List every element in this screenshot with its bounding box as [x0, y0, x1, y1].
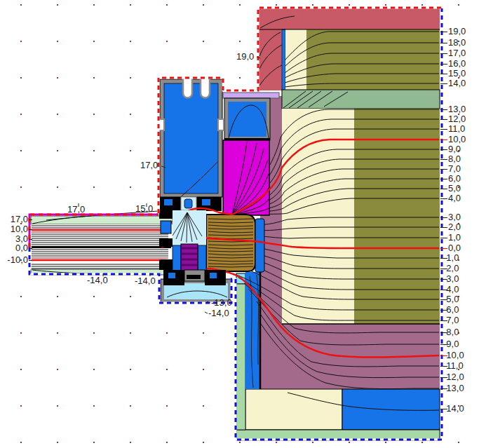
isotherm-tick	[440, 119, 447, 120]
isotherm-tick	[440, 320, 447, 321]
isotherm-annotation: -14,0	[87, 276, 108, 285]
lower-blue-strip-right	[198, 245, 206, 272]
isotherm-tick	[440, 332, 447, 333]
glazing-zero-line	[32, 246, 171, 248]
glazing-unit	[31, 211, 173, 275]
clamp-screw	[184, 199, 192, 208]
isotherm-tick	[440, 269, 447, 269]
isotherm-tick	[440, 366, 447, 367]
isotherm-tick	[440, 217, 447, 218]
isotherm-tick	[440, 169, 447, 170]
right-axis-isotherm-label: 16,0	[448, 59, 466, 69]
tan-block-blue-strip	[255, 219, 264, 272]
right-axis-isotherm-label: 5,0	[448, 184, 461, 194]
profile-notch-1	[183, 78, 192, 98]
isotherm-tick	[440, 129, 447, 130]
right-axis-isotherm-label: 3,0	[448, 212, 461, 222]
isotherm-tick	[440, 248, 447, 249]
right-axis-isotherm-label: 14,0	[448, 79, 466, 88]
right-axis-isotherm-label: 8,0	[448, 154, 461, 164]
right-axis-isotherm-label: 17,0	[448, 48, 466, 58]
isotherm-tick	[440, 310, 447, 311]
right-axis-isotherm-label: 4,0	[448, 194, 461, 203]
isotherm-tick	[29, 229, 32, 230]
profile-notch-2	[201, 78, 210, 98]
lower-blue-strip-left	[173, 245, 181, 272]
clamp-blue-left	[164, 199, 173, 205]
green-vertical-strip	[236, 284, 245, 430]
right-axis-isotherm-label: 13,0	[448, 104, 466, 114]
sill-center-gasket	[187, 275, 201, 279]
right-axis-isotherm-label: 11,0	[448, 124, 465, 134]
isotherm-tick	[440, 377, 447, 378]
isotherm-tick	[440, 189, 447, 189]
isotherm-tick	[440, 299, 447, 300]
isotherm-annotation: -14,0	[135, 276, 156, 286]
profile-tab-right	[218, 119, 224, 130]
isotherm-tick	[440, 258, 447, 259]
left-axis-isotherm-label: 0,0	[1, 243, 28, 253]
isotherm-tick	[440, 53, 447, 54]
isotherm-tick	[440, 344, 447, 345]
isotherm-tick	[440, 409, 447, 409]
bottom-blue-block	[342, 389, 440, 430]
isotherm-tick	[440, 140, 447, 140]
isotherm-tick	[440, 74, 447, 74]
isotherm-tick	[440, 227, 447, 228]
olive-main-region	[354, 109, 440, 324]
isotherm-annotation: -13,0	[211, 298, 232, 308]
wall-left-column	[258, 29, 282, 90]
isotherm-annotation: 15,0	[135, 204, 153, 214]
right-axis-isotherm-label: 10,0	[448, 135, 466, 144]
isotherm-tick	[29, 248, 32, 249]
isotherm-tick	[440, 149, 447, 150]
isotherm-tick	[440, 290, 447, 290]
right-axis-isotherm-label: 2,0	[448, 222, 461, 232]
wall-top-band	[258, 8, 440, 29]
isotherm-tick	[440, 43, 447, 43]
isotherm-tick	[440, 64, 447, 65]
right-axis-isotherm-label: 12,0	[448, 114, 466, 124]
isotherm-diagram	[0, 0, 486, 448]
isotherm-tick	[440, 238, 447, 238]
isotherm-tick	[440, 279, 447, 280]
isotherm-annotation: 17,0	[67, 205, 85, 215]
lavender-strip	[223, 93, 279, 98]
left-axis-isotherm-label: -10,0	[1, 255, 28, 265]
isotherm-tick	[440, 388, 447, 389]
right-axis-isotherm-label: 18,0	[448, 38, 466, 48]
gasket-arm-top	[159, 210, 173, 219]
isotherm-annotation: 17,0	[140, 161, 158, 170]
glazing-rebate-box	[228, 102, 266, 137]
isotherm-plot-canvas: 19,018,017,016,015,014,013,012,011,010,0…	[0, 0, 486, 448]
right-axis-isotherm-label: 7,0	[448, 164, 461, 174]
cream-upper-band	[285, 29, 306, 90]
sage-band	[282, 90, 440, 109]
left-axis-isotherm-label: 10,0	[1, 224, 28, 234]
gasket-arm-bottom	[159, 259, 174, 270]
isotherm-annotation: 19,0	[236, 52, 254, 62]
gasket-arm-mid	[159, 238, 173, 247]
left-axis-isotherm-label: 17,0	[1, 215, 28, 224]
right-axis-isotherm-label: 1,0	[448, 233, 461, 243]
olive-upper-region	[306, 29, 440, 90]
isotherm-tick	[440, 198, 447, 199]
isotherm-tick	[440, 355, 447, 356]
upper-profile-chamber	[164, 83, 218, 194]
isotherm-tick	[29, 260, 32, 261]
sill-gasket-right-blue	[210, 273, 217, 278]
right-axis-isotherm-label: 19,0	[448, 27, 466, 36]
right-axis-isotherm-label: 0,0	[448, 243, 461, 253]
isotherm-tick	[440, 109, 447, 110]
isotherm-tick	[440, 159, 447, 160]
clamp-blue-right	[202, 199, 210, 205]
isotherm-tick	[440, 83, 447, 84]
right-axis-isotherm-label: 15,0	[448, 69, 466, 79]
isotherm-tick	[440, 179, 447, 179]
bottom-cream-block	[245, 389, 342, 430]
isotherm-annotation: -14,0	[208, 308, 229, 318]
isotherm-tick	[29, 219, 32, 220]
magenta-thermal-break	[223, 140, 269, 215]
sill-gasket-left-blue	[168, 273, 175, 278]
right-axis-isotherm-label: 9,0	[448, 144, 461, 154]
